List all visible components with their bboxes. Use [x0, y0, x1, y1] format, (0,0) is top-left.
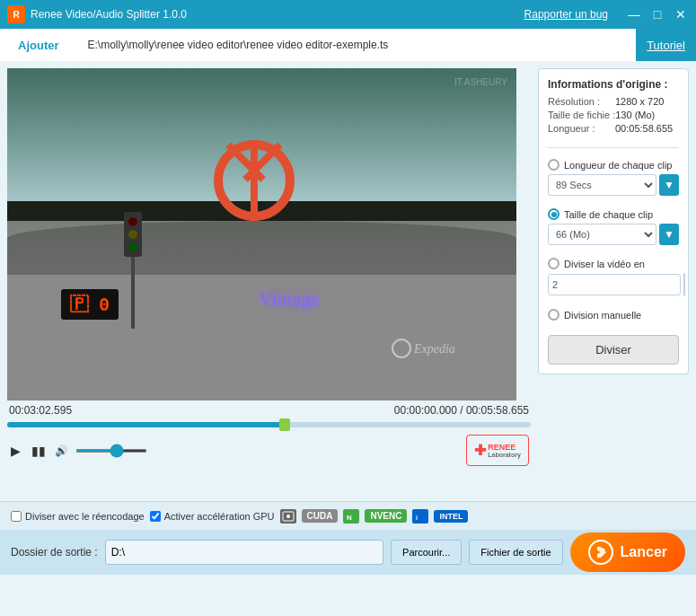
option2-select[interactable]: 66 (Mo) 100 (Mo) 200 (Mo) — [548, 224, 656, 245]
video-display: Vintage 🇵 0 Expedia IT ASHEURY — [7, 68, 516, 400]
launch-button[interactable]: Lancer — [570, 532, 685, 572]
traffic-box — [124, 212, 142, 257]
reencode-label: Diviser avec le réencodage — [25, 511, 145, 522]
spin-up[interactable]: ▲ — [684, 274, 685, 285]
svg-point-2 — [392, 339, 410, 357]
tutoriel-link[interactable]: Tutoriel — [636, 29, 696, 61]
svg-text:Expedia: Expedia — [413, 342, 455, 356]
launch-icon — [588, 540, 613, 565]
video-watermark: IT ASHEURY — [454, 77, 507, 87]
seekbar-container[interactable] — [7, 420, 531, 429]
svg-text:R: R — [13, 10, 20, 20]
option2-label: Taille de chaque clip — [564, 209, 653, 220]
svg-text:N: N — [347, 514, 352, 522]
seekbar-thumb[interactable] — [279, 418, 290, 431]
option3-number-row: ▲ ▼ — [548, 273, 679, 296]
info-section: Informations d'origine : Résolution : 12… — [548, 78, 679, 136]
window-controls: — □ ✕ — [626, 6, 689, 22]
option3-radio[interactable]: Diviser la vidéo en — [548, 258, 679, 269]
option4-radio[interactable]: Division manuelle — [548, 309, 679, 321]
cuda-badge[interactable]: CUDA — [302, 509, 339, 523]
app-title: Renee Video/Audio Splitter 1.0.0 — [31, 8, 524, 21]
option2-radio-circle — [548, 208, 559, 220]
svg-text:i: i — [416, 515, 418, 521]
size-value: 130 (Mo) — [615, 110, 655, 120]
play-button[interactable]: ▶ — [9, 442, 22, 460]
filebar: Ajouter E:\molly\molly\renee video edito… — [0, 29, 696, 61]
minimize-button[interactable]: — — [626, 6, 642, 22]
nvenc-badge[interactable]: NVENC — [365, 509, 407, 523]
timestamp-bar: 00:03:02.595 00:00:00.000 / 00:05:58.655 — [7, 400, 531, 420]
peace-line-v — [251, 140, 258, 221]
seekbar-progress — [7, 422, 285, 427]
option1-radio[interactable]: Longueur de chaque clip — [548, 159, 679, 171]
option2-radio[interactable]: Taille de chaque clip — [548, 208, 679, 220]
peace-circle — [214, 140, 295, 221]
video-panel: Vintage 🇵 0 Expedia IT ASHEURY — [7, 68, 531, 494]
option3-radio-circle — [548, 258, 559, 269]
traffic-green — [128, 242, 137, 251]
traffic-light — [124, 212, 142, 329]
traffic-yellow — [128, 230, 137, 239]
launch-label: Lancer — [621, 544, 667, 560]
option3-label: Diviser la vidéo en — [564, 259, 645, 269]
option4-radio-circle — [548, 309, 559, 321]
option1-select[interactable]: 89 Secs 60 Secs 120 Secs — [548, 174, 656, 196]
building-top — [7, 221, 516, 275]
seekbar-track[interactable] — [7, 422, 531, 427]
option2-dropdown-arrow[interactable]: ▼ — [659, 224, 679, 245]
gpu-checkbox[interactable] — [150, 511, 161, 522]
traffic-pole — [131, 257, 135, 329]
resolution-row: Résolution : 1280 x 720 — [548, 96, 679, 107]
file-output-button[interactable]: Fichier de sortie — [469, 540, 562, 565]
renee-logo: ✚ RENEE Laboratory — [466, 435, 529, 466]
size-row: Taille de fichie : 130 (Mo) — [548, 110, 679, 120]
neon-sign: Vintage — [259, 287, 320, 311]
close-button[interactable]: ✕ — [673, 6, 689, 22]
option1-container: Longueur de chaque clip 89 Secs 60 Secs … — [548, 159, 679, 201]
option3-input[interactable] — [548, 274, 681, 295]
stop-button[interactable]: ▮▮ — [30, 442, 48, 460]
traffic-red — [128, 217, 137, 226]
maximize-button[interactable]: □ — [649, 6, 665, 22]
volume-icon: 🔊 — [55, 444, 68, 457]
option3-container: Diviser la vidéo en ▲ ▼ — [548, 258, 679, 302]
filepath-display: E:\molly\molly\renee video editor\renee … — [77, 29, 637, 61]
gpu-checkbox-label[interactable]: Activer accélération GPU — [150, 511, 275, 522]
option2-dropdown-row: 66 (Mo) 100 (Mo) 200 (Mo) ▼ — [548, 224, 679, 245]
resolution-value: 1280 x 720 — [615, 96, 664, 107]
bug-report-link[interactable]: Rapporter un bug — [524, 8, 608, 21]
option2-container: Taille de chaque clip 66 (Mo) 100 (Mo) 2… — [548, 208, 679, 251]
diviser-button[interactable]: Diviser — [548, 335, 679, 365]
reencode-checkbox-label[interactable]: Diviser avec le réencodage — [11, 511, 145, 522]
browse-button[interactable]: Parcourir... — [391, 540, 462, 565]
svg-point-5 — [286, 515, 290, 518]
divider-1 — [548, 147, 679, 148]
titlebar: R Renee Video/Audio Splitter 1.0.0 Rappo… — [0, 0, 696, 29]
option1-dropdown-arrow[interactable]: ▼ — [659, 174, 679, 196]
gpu-icon — [280, 509, 296, 524]
size-label: Taille de fichie : — [548, 110, 615, 120]
output-path-input[interactable] — [105, 540, 383, 565]
intel-badge[interactable]: INTEL — [434, 510, 468, 523]
nvenc-icon: N — [343, 509, 359, 524]
output-bar: Dossier de sortie : Parcourir... Fichier… — [0, 530, 696, 575]
svg-point-8 — [602, 549, 604, 551]
info-title: Informations d'origine : — [548, 78, 679, 91]
expedia-watermark: Expedia — [391, 338, 498, 365]
spin-down[interactable]: ▼ — [684, 285, 685, 295]
option4-label: Division manuelle — [564, 310, 641, 321]
option1-dropdown-row: 89 Secs 60 Secs 120 Secs ▼ — [548, 174, 679, 196]
app-icon: R — [7, 5, 25, 23]
option1-label: Longueur de chaque clip — [564, 160, 672, 171]
volume-slider[interactable] — [75, 449, 147, 453]
duration-value: 00:05:58.655 — [615, 123, 673, 134]
bottom-bar: Diviser avec le réencodage Activer accél… — [0, 501, 696, 530]
add-button[interactable]: Ajouter — [0, 29, 77, 61]
spin-buttons: ▲ ▼ — [683, 273, 685, 296]
duration-label: Longueur : — [548, 123, 615, 134]
right-panel: Informations d'origine : Résolution : 12… — [538, 68, 689, 374]
resolution-label: Résolution : — [548, 96, 615, 107]
total-timestamp: 00:00:00.000 / 00:05:58.655 — [394, 404, 529, 417]
reencode-checkbox[interactable] — [11, 511, 22, 522]
